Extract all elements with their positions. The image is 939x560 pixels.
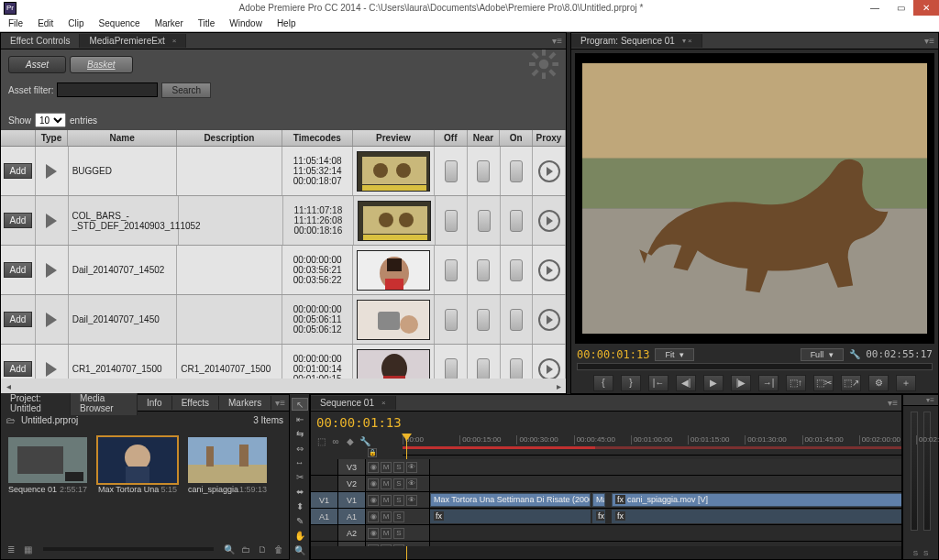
column-header[interactable]: Timecodes: [282, 130, 353, 146]
menu-clip[interactable]: Clip: [61, 17, 90, 29]
timeline-clip-audio[interactable]: fx: [592, 510, 605, 523]
selection-tool[interactable]: ↖: [292, 398, 308, 411]
status-near[interactable]: [477, 259, 490, 281]
toggle-solo[interactable]: S: [393, 544, 404, 547]
solo-left[interactable]: S: [913, 549, 918, 557]
play-icon[interactable]: [46, 313, 57, 327]
panel-menu-icon[interactable]: ▾≡: [922, 396, 938, 404]
quality-dropdown[interactable]: Full▾: [801, 348, 845, 361]
minimize-button[interactable]: —: [862, 0, 888, 16]
status-near[interactable]: [477, 309, 490, 331]
toggle-output[interactable]: ◉: [368, 495, 379, 506]
play-icon[interactable]: [46, 362, 57, 377]
settings-button[interactable]: ⚙: [868, 375, 889, 391]
tab-mediapremiereext[interactable]: MediaPremiereExt×: [80, 34, 186, 48]
asset-thumbnail[interactable]: [358, 201, 431, 241]
trash-icon[interactable]: 🗑: [272, 543, 285, 555]
lock-icon[interactable]: 🔒: [368, 448, 377, 457]
toggle-output[interactable]: ◉: [368, 462, 379, 473]
toggle-output[interactable]: ◉: [368, 544, 379, 547]
track-lane[interactable]: [430, 476, 901, 491]
go-in-button[interactable]: |←: [648, 375, 668, 391]
play-button[interactable]: ▶: [703, 375, 724, 391]
panel-menu-icon[interactable]: ▾≡: [271, 398, 289, 408]
ripple-tool[interactable]: ⇆: [292, 427, 308, 440]
search-button[interactable]: Search: [161, 82, 211, 98]
track-lane[interactable]: [430, 525, 901, 541]
track-target[interactable]: A2: [338, 525, 366, 541]
timeline-clip-audio[interactable]: fx: [430, 510, 591, 523]
track-target[interactable]: V1: [338, 492, 366, 508]
proxy-play-button[interactable]: [538, 309, 560, 331]
status-near[interactable]: [477, 160, 490, 182]
source-patch[interactable]: A1: [311, 509, 338, 524]
add-button[interactable]: Add: [4, 262, 33, 278]
status-on[interactable]: [510, 259, 523, 281]
column-header[interactable]: Description: [177, 130, 282, 146]
toggle-mute[interactable]: M: [381, 478, 392, 489]
toggle-solo[interactable]: S: [393, 462, 404, 473]
track-lane[interactable]: [430, 542, 901, 546]
menu-sequence[interactable]: Sequence: [93, 17, 147, 29]
new-bin-icon[interactable]: 🗀: [239, 543, 252, 555]
export-button[interactable]: ⬚↗: [841, 375, 861, 391]
status-on[interactable]: [510, 210, 523, 232]
toggle-mute[interactable]: M: [381, 528, 392, 539]
status-off[interactable]: [445, 210, 458, 232]
program-monitor-video[interactable]: [575, 53, 934, 344]
menu-window[interactable]: Window: [223, 17, 269, 29]
track-target[interactable]: V2: [338, 476, 366, 491]
status-off[interactable]: [445, 309, 458, 331]
timeline-clip-audio[interactable]: fx: [612, 510, 901, 523]
rate-tool[interactable]: ↔: [292, 456, 308, 469]
basket-tab-button[interactable]: Basket: [70, 56, 133, 73]
asset-thumbnail[interactable]: [357, 300, 430, 340]
column-header[interactable]: Off: [435, 130, 468, 146]
play-icon[interactable]: [46, 263, 57, 278]
tab-markers[interactable]: Markers: [219, 396, 271, 410]
toggle-output[interactable]: ◉: [368, 528, 379, 539]
toggle-sync[interactable]: 👁: [406, 478, 417, 489]
timeline-clip[interactable]: Max Tortora Una Settimana Di Risate (200…: [430, 493, 591, 507]
status-off[interactable]: [445, 259, 458, 281]
tab-effect-controls[interactable]: Effect Controls: [1, 34, 80, 48]
list-view-icon[interactable]: ≣: [5, 543, 17, 555]
column-header[interactable]: On: [500, 130, 533, 146]
gear-icon[interactable]: [529, 49, 558, 79]
add-button[interactable]: Add: [4, 312, 33, 327]
snap-icon[interactable]: ⬚: [315, 434, 327, 447]
zoom-tool[interactable]: 🔍: [292, 544, 308, 556]
slip-tool[interactable]: ⬌: [292, 486, 308, 499]
menu-file[interactable]: File: [2, 17, 29, 29]
sequence-tab[interactable]: Sequence 01×: [311, 396, 396, 410]
mark-in-button[interactable]: {: [593, 375, 613, 391]
add-button[interactable]: Add: [4, 361, 33, 377]
zoom-fit-dropdown[interactable]: Fit▾: [655, 348, 694, 361]
column-header[interactable]: Near: [468, 130, 501, 146]
icon-view-icon[interactable]: ▦: [21, 543, 34, 555]
hand-tool[interactable]: ✋: [292, 529, 308, 542]
toggle-solo[interactable]: S: [393, 528, 404, 539]
mark-out-button[interactable]: }: [621, 375, 641, 391]
timeline-clip[interactable]: fxcani_spiaggia.mov [V]: [612, 493, 901, 507]
asset-thumbnail[interactable]: [357, 349, 430, 379]
column-header[interactable]: Preview: [353, 130, 435, 146]
project-item[interactable]: cani_spiaggia.mov1:59:13: [188, 437, 267, 530]
toggle-mute[interactable]: M: [381, 462, 392, 473]
close-button[interactable]: ✕: [913, 0, 939, 16]
table-scrollbar[interactable]: ◂ ▸: [1, 379, 566, 393]
find-icon[interactable]: 🔍: [223, 543, 236, 555]
timeline-clip[interactable]: Ma: [592, 493, 605, 507]
menu-marker[interactable]: Marker: [149, 17, 190, 29]
program-scrubber[interactable]: [577, 363, 933, 370]
proxy-play-button[interactable]: [538, 160, 560, 182]
column-header[interactable]: [1, 130, 36, 146]
column-header[interactable]: Name: [68, 130, 177, 146]
toggle-sync[interactable]: 👁: [406, 495, 417, 506]
panel-menu-icon[interactable]: ▾≡: [921, 36, 938, 46]
marker-icon[interactable]: ◆: [344, 434, 357, 447]
track-lane[interactable]: fxfxfx: [430, 509, 901, 524]
asset-filter-input[interactable]: [57, 82, 158, 97]
panel-menu-icon[interactable]: ▾≡: [884, 398, 901, 408]
new-item-icon[interactable]: 🗋: [256, 543, 269, 555]
